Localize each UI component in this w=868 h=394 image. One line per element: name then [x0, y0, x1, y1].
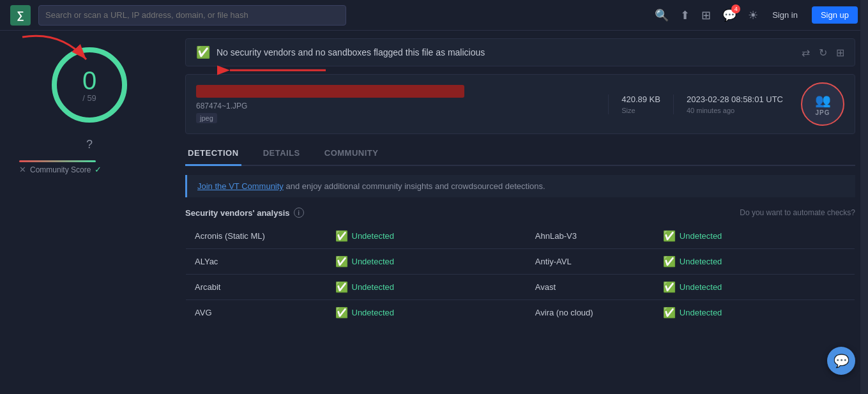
file-hash-bar — [196, 85, 464, 98]
table-row: Acronis (Static ML) ✅ Undetected AhnLab-… — [186, 224, 855, 249]
join-community-banner: Join the VT Community and enjoy addition… — [185, 175, 855, 197]
search-icon[interactable]: 🔍 — [655, 8, 669, 22]
vendor-status-2: ✅ Undetected — [654, 249, 855, 275]
file-name-block: 687474~1.JPG jpeg — [196, 85, 595, 123]
table-row: Arcabit ✅ Undetected Avast ✅ Undetected — [186, 275, 855, 300]
scrollbar[interactable] — [860, 0, 868, 394]
vendor-name-1: ALYac — [186, 249, 326, 275]
signup-button[interactable]: Sign up — [812, 6, 858, 24]
file-info-row: 687474~1.JPG jpeg 420.89 KB Size 2023-02… — [185, 74, 855, 134]
check-icon: ✅ — [335, 281, 348, 293]
compare-icon[interactable]: ⇄ — [802, 47, 810, 59]
vendor-name-2: Avira (no cloud) — [526, 300, 654, 326]
community-score-close[interactable]: ✕ — [19, 165, 26, 174]
tab-detection[interactable]: DETECTION — [185, 143, 241, 166]
file-type-badge: jpeg — [196, 113, 217, 123]
tabs-row: DETECTION DETAILS COMMUNITY — [185, 143, 855, 166]
file-size-label: Size — [621, 107, 660, 114]
status-banner: ✅ No security vendors and no sandboxes f… — [185, 38, 855, 66]
right-panel: ✅ No security vendors and no sandboxes f… — [179, 31, 868, 326]
vendors-title: Security vendors' analysis i — [185, 208, 304, 218]
top-navigation: ∑ 🔍 ⬆ ⊞ 💬 4 ☀ Sign in Sign up — [0, 0, 868, 31]
status-message: No security vendors and no sandboxes fla… — [217, 47, 485, 57]
vendor-name-2: Avast — [526, 275, 654, 300]
vendor-name-2: Antiy-AVL — [526, 249, 654, 275]
automate-checks-link[interactable]: Do you want to automate checks? — [740, 208, 855, 217]
vendor-name-2: AhnLab-V3 — [526, 224, 654, 249]
vendor-name-1: Acronis (Static ML) — [186, 224, 326, 249]
check-icon: ✅ — [663, 230, 676, 242]
vendor-name-1: Arcabit — [186, 275, 326, 300]
refresh-icon[interactable]: ↻ — [819, 47, 827, 59]
vendor-name-1: AVG — [186, 300, 326, 326]
score-denominator: / 59 — [82, 93, 96, 103]
community-score-label: Community Score — [30, 165, 91, 174]
vendor-status-1: ✅ Undetected — [326, 275, 526, 300]
status-action-icons: ⇄ ↻ ⊞ — [802, 47, 844, 59]
vendor-status-2: ✅ Undetected — [654, 275, 855, 300]
file-size-value: 420.89 KB — [621, 95, 660, 104]
check-icon: ✅ — [335, 255, 348, 268]
notification-icon[interactable]: 💬 4 — [722, 8, 736, 22]
check-icon: ✅ — [335, 307, 348, 319]
community-score-check: ✓ — [95, 165, 102, 174]
score-circle: 0 / 59 — [48, 43, 131, 126]
tab-community[interactable]: COMMUNITY — [322, 143, 381, 166]
vendor-status-2: ✅ Undetected — [654, 300, 855, 326]
search-input[interactable] — [38, 5, 346, 26]
signin-link[interactable]: Sign in — [772, 10, 798, 20]
join-vt-link[interactable]: Join the VT Community — [197, 181, 284, 191]
check-icon: ✅ — [663, 307, 676, 319]
chat-button[interactable]: 💬 — [827, 347, 855, 375]
vendors-table: Acronis (Static ML) ✅ Undetected AhnLab-… — [185, 223, 855, 326]
file-meta: 420.89 KB Size — [608, 95, 660, 114]
file-thumbnail: 👥 JPG — [801, 82, 844, 126]
table-row: ALYac ✅ Undetected Antiy-AVL ✅ Undetecte… — [186, 249, 855, 275]
community-score-section: ✕ Community Score ✓ — [13, 159, 166, 174]
check-icon: ✅ — [335, 230, 348, 242]
vendor-status-2: ✅ Undetected — [654, 224, 855, 249]
join-banner-text: and enjoy additional community insights … — [284, 181, 545, 191]
file-thumb-icon: 👥 — [815, 93, 831, 108]
file-date-meta: 2023-02-28 08:58:01 UTC 40 minutes ago — [673, 95, 783, 114]
score-value: 0 — [82, 68, 96, 93]
score-inner: 0 / 59 — [82, 68, 96, 103]
vendor-status-1: ✅ Undetected — [326, 300, 526, 326]
qr-icon[interactable]: ⊞ — [836, 47, 844, 59]
vendors-header: Security vendors' analysis i Do you want… — [185, 208, 855, 218]
notification-badge: 4 — [731, 4, 740, 13]
chat-icon: 💬 — [834, 353, 849, 368]
file-name: 687474~1.JPG — [196, 102, 595, 110]
file-date-value: 2023-02-28 08:58:01 UTC — [687, 95, 783, 104]
table-row: AVG ✅ Undetected Avira (no cloud) ✅ Unde… — [186, 300, 855, 326]
tab-details[interactable]: DETAILS — [261, 143, 303, 166]
question-mark: ? — [86, 138, 93, 151]
community-score-controls: ✕ Community Score ✓ — [19, 165, 160, 174]
status-check-icon: ✅ — [196, 45, 210, 59]
nav-icons: 🔍 ⬆ ⊞ 💬 4 ☀ Sign in Sign up — [655, 6, 858, 24]
check-icon: ✅ — [663, 281, 676, 293]
community-score-bar — [19, 160, 96, 162]
check-icon: ✅ — [663, 255, 676, 268]
left-panel: 0 / 59 ? ✕ Community Score — [0, 31, 179, 326]
file-thumb-label: JPG — [815, 109, 830, 116]
theme-icon[interactable]: ☀ — [748, 8, 758, 22]
status-left: ✅ No security vendors and no sandboxes f… — [196, 45, 485, 59]
file-date-age: 40 minutes ago — [687, 107, 783, 114]
main-layout: 0 / 59 ? ✕ Community Score — [0, 31, 868, 326]
vendors-info-icon[interactable]: i — [294, 208, 304, 218]
vendor-status-1: ✅ Undetected — [326, 249, 526, 275]
upload-icon[interactable]: ⬆ — [680, 8, 690, 22]
logo[interactable]: ∑ — [10, 5, 31, 26]
vendor-status-1: ✅ Undetected — [326, 224, 526, 249]
grid-icon[interactable]: ⊞ — [701, 8, 711, 22]
